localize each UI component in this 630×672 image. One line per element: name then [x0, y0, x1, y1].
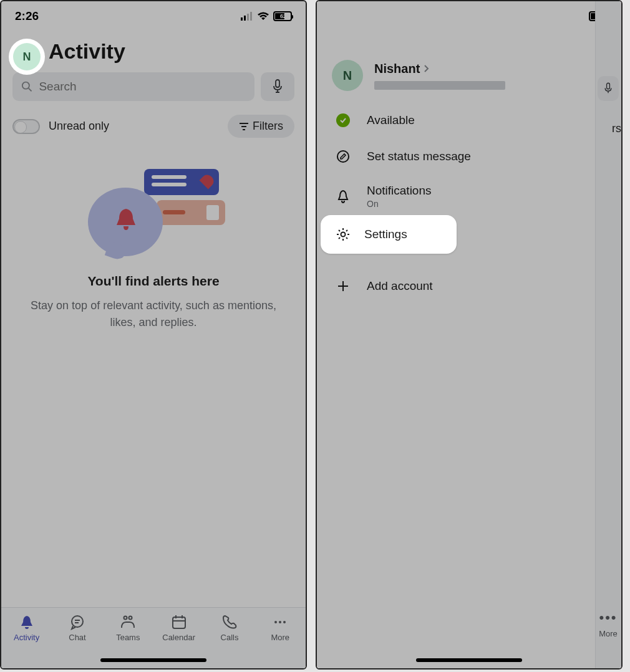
plus-icon — [336, 279, 351, 294]
filters-label: Filters — [253, 120, 283, 133]
filter-row: Unread only Filters — [1, 106, 306, 144]
voice-search-button-peek — [598, 76, 619, 101]
tab-more[interactable]: More — [258, 614, 303, 668]
page-title: Activity — [49, 39, 125, 64]
svg-rect-6 — [276, 80, 279, 87]
settings-label: Settings — [364, 228, 407, 241]
svg-point-4 — [22, 82, 29, 89]
microphone-icon — [271, 79, 284, 94]
tab-activity[interactable]: Activity — [4, 614, 49, 668]
tab-label: Calendar — [162, 633, 195, 642]
search-input-wrap[interactable] — [12, 72, 254, 101]
teams-icon — [120, 614, 136, 630]
menu-item-notifications[interactable]: Notifications On — [317, 175, 595, 218]
svg-point-27 — [337, 151, 349, 162]
svg-point-21 — [283, 621, 286, 623]
profile-name: Nishant — [374, 62, 505, 76]
profile-row[interactable]: N Nishant — [317, 31, 595, 102]
menu-item-status[interactable]: Available — [317, 102, 595, 138]
svg-rect-2 — [247, 14, 249, 21]
menu-item-set-status[interactable]: Set status message — [317, 138, 595, 175]
voice-search-button[interactable] — [261, 72, 294, 101]
profile-avatar: N — [332, 60, 363, 91]
gear-icon — [336, 227, 351, 242]
menu-label: Set status message — [367, 150, 471, 163]
chevron-right-icon — [424, 64, 430, 73]
tab-label: Activity — [14, 633, 39, 642]
microphone-icon — [603, 82, 613, 95]
svg-rect-1 — [244, 16, 246, 21]
menu-item-add-account[interactable]: Add account — [317, 268, 595, 304]
empty-body: Stay on top of relevant activity, such a… — [24, 297, 283, 331]
svg-line-5 — [29, 89, 32, 92]
more-icon-peek: ••• — [599, 610, 618, 626]
background-peek: rs ••• More — [595, 1, 621, 668]
edit-icon — [336, 149, 351, 164]
menu-label: Add account — [367, 279, 433, 293]
more-icon — [272, 614, 288, 630]
avatar-initial: N — [343, 69, 352, 83]
svg-point-20 — [279, 621, 281, 623]
tab-label: Chat — [69, 633, 85, 642]
search-input[interactable] — [39, 80, 246, 94]
settings-highlight[interactable]: Settings — [321, 215, 457, 254]
search-row — [1, 67, 306, 106]
phone-icon — [221, 614, 238, 630]
status-bar: 2:26 62 — [1, 1, 306, 31]
svg-point-10 — [72, 616, 83, 627]
svg-rect-0 — [241, 17, 243, 21]
svg-point-14 — [129, 617, 132, 620]
chat-icon — [69, 614, 85, 630]
empty-illustration — [88, 163, 219, 262]
tab-label: More — [271, 633, 289, 642]
svg-point-31 — [341, 233, 346, 237]
svg-rect-15 — [173, 617, 185, 628]
cellular-icon — [241, 12, 253, 21]
filters-label-peek: rs — [608, 117, 621, 140]
wifi-icon — [257, 12, 269, 21]
empty-state: You'll find alerts here Stay on top of r… — [1, 144, 306, 331]
home-indicator — [416, 658, 522, 662]
calendar-icon — [171, 614, 187, 630]
unread-only-label: Unread only — [49, 120, 109, 133]
avatar-highlight-ring: N — [9, 39, 45, 75]
tab-bar: Activity Chat Teams Calendar Calls More — [1, 607, 306, 668]
screenshot-right: 2:26 62 rs ••• More N Nishant — [316, 0, 623, 670]
bell-icon — [336, 189, 351, 204]
search-icon — [21, 80, 32, 93]
svg-point-13 — [124, 617, 127, 620]
battery-icon: 62 — [273, 11, 292, 21]
header: Activity — [1, 31, 306, 67]
available-status-icon — [336, 113, 350, 127]
empty-heading: You'll find alerts here — [24, 274, 283, 289]
status-time: 2:26 — [15, 9, 39, 23]
tab-calls[interactable]: Calls — [207, 614, 252, 668]
avatar-initial: N — [23, 50, 31, 64]
tab-chat[interactable]: Chat — [55, 614, 100, 668]
filters-button[interactable]: Filters — [228, 115, 294, 138]
bell-illustration-icon — [113, 206, 139, 233]
svg-point-19 — [274, 621, 277, 623]
menu-label: Available — [367, 113, 415, 127]
menu-label: Notifications — [367, 184, 432, 198]
more-label-peek: More — [595, 629, 621, 638]
home-indicator — [100, 658, 206, 662]
status-icons: 62 — [241, 11, 292, 21]
unread-only-toggle[interactable] — [12, 119, 40, 134]
bell-icon — [19, 614, 35, 630]
screenshot-left: 2:26 62 N Activity Unread only — [0, 0, 307, 670]
filter-icon — [239, 122, 249, 131]
tab-label: Teams — [116, 633, 140, 642]
profile-side-panel: N Nishant Available Set status — [317, 31, 595, 668]
profile-avatar-button[interactable]: N — [13, 43, 41, 70]
svg-rect-26 — [607, 83, 610, 89]
svg-rect-3 — [250, 12, 252, 21]
menu-sublabel: On — [367, 199, 432, 209]
tab-label: Calls — [221, 633, 239, 642]
profile-email-redacted — [374, 81, 505, 90]
